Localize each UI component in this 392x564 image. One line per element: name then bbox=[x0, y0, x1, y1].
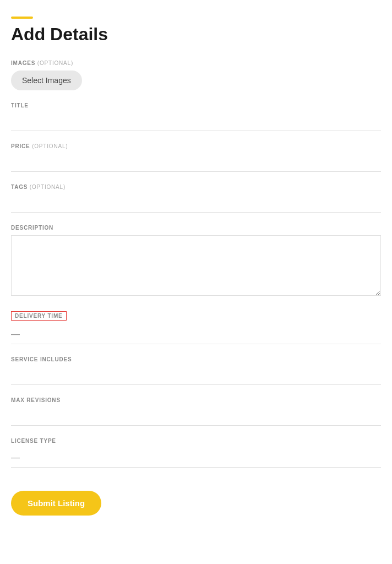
title-label: TITLE bbox=[11, 102, 381, 109]
license-type-wrapper: — bbox=[11, 448, 381, 468]
title-input[interactable] bbox=[11, 113, 381, 131]
max-revisions-label: MAX REVISIONS bbox=[11, 397, 381, 403]
license-type-dash[interactable]: — bbox=[11, 448, 381, 468]
service-includes-label: SERVICE INCLUDES bbox=[11, 356, 381, 362]
accent-bar bbox=[11, 17, 33, 19]
page-title: Add Details bbox=[11, 24, 381, 45]
description-label: DESCRIPTION bbox=[11, 225, 381, 231]
tags-label: TAGS (OPTIONAL) bbox=[11, 184, 381, 190]
delivery-time-wrapper: — bbox=[11, 325, 381, 344]
select-images-button[interactable]: Select Images bbox=[11, 70, 82, 90]
delivery-time-label: DELIVERY TIME bbox=[11, 311, 67, 321]
service-includes-section: SERVICE INCLUDES bbox=[11, 356, 381, 385]
license-type-section: LICENSE TYPE — bbox=[11, 438, 381, 468]
service-includes-input[interactable] bbox=[11, 367, 381, 385]
price-input[interactable] bbox=[11, 154, 381, 172]
submit-listing-button[interactable]: Submit Listing bbox=[11, 491, 101, 516]
description-section: DESCRIPTION bbox=[11, 225, 381, 298]
tags-input[interactable] bbox=[11, 194, 381, 213]
title-section: TITLE bbox=[11, 102, 381, 131]
max-revisions-input[interactable] bbox=[11, 408, 381, 426]
price-label: PRICE (OPTIONAL) bbox=[11, 143, 381, 149]
price-section: PRICE (OPTIONAL) bbox=[11, 143, 381, 172]
tags-section: TAGS (OPTIONAL) bbox=[11, 184, 381, 213]
images-label: IMAGES (OPTIONAL) bbox=[11, 60, 381, 66]
delivery-time-section: DELIVERY TIME — bbox=[11, 310, 381, 344]
images-section: IMAGES (OPTIONAL) Select Images bbox=[11, 60, 381, 90]
max-revisions-section: MAX REVISIONS bbox=[11, 397, 381, 426]
delivery-time-dash[interactable]: — bbox=[11, 325, 381, 344]
license-type-label: LICENSE TYPE bbox=[11, 438, 381, 444]
description-input[interactable] bbox=[11, 235, 381, 296]
